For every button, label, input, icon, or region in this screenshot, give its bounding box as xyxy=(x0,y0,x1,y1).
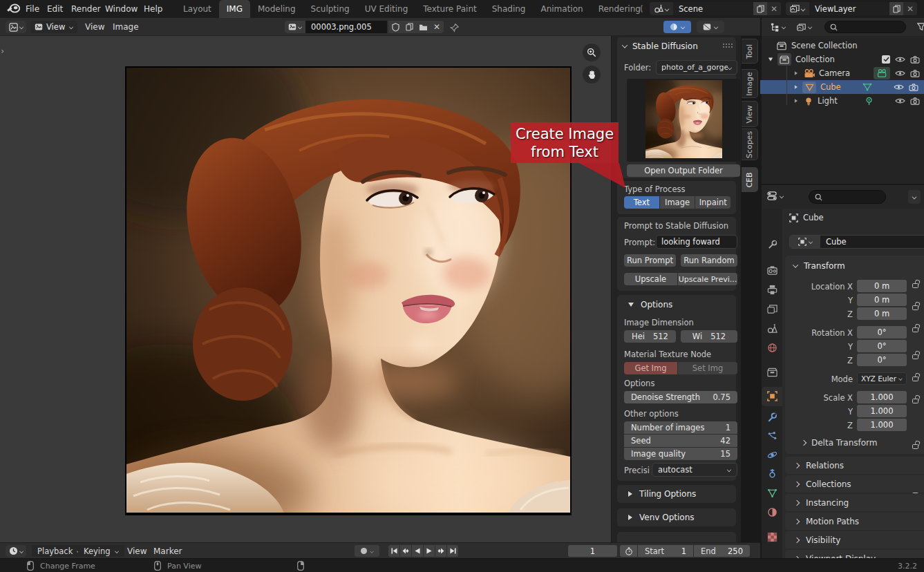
num-images-field[interactable]: Number of images1 xyxy=(624,421,737,434)
image-canvas[interactable]: › xyxy=(0,36,611,542)
pin-icon[interactable] xyxy=(450,23,460,35)
location-z-field[interactable]: 0 m xyxy=(857,307,907,320)
camera-data-icon[interactable] xyxy=(877,69,887,77)
render-slot-button[interactable] xyxy=(697,21,724,33)
tab-object-icon[interactable] xyxy=(767,391,777,401)
blender-logo-icon[interactable] xyxy=(7,3,20,17)
outliner-display-mode-button[interactable] xyxy=(793,21,815,33)
prompt-field[interactable]: looking foward xyxy=(656,235,737,249)
run-random-button[interactable]: Run Random xyxy=(681,254,737,267)
eye-icon[interactable] xyxy=(895,70,905,77)
lock-icon[interactable] xyxy=(912,444,918,449)
use-preview-range-button[interactable] xyxy=(620,545,637,557)
run-prompt-button[interactable]: Run Prompt xyxy=(624,254,676,267)
open-image-button[interactable] xyxy=(416,23,430,31)
play-reverse-button[interactable] xyxy=(412,545,423,557)
sidebar-tab-tool[interactable]: Tool xyxy=(742,39,758,64)
open-output-folder-button[interactable]: Open Output Folder xyxy=(627,164,740,177)
upscale-button[interactable]: Upscale xyxy=(624,273,677,285)
jump-to-start-button[interactable] xyxy=(388,545,399,557)
eye-icon[interactable] xyxy=(895,97,905,104)
panel-motion-paths[interactable]: Motion Paths xyxy=(785,513,924,530)
duplicate-image-button[interactable] xyxy=(402,23,416,31)
tab-output-icon[interactable] xyxy=(767,285,777,295)
properties-editor-type-button[interactable] xyxy=(767,191,784,201)
jump-to-end-button[interactable] xyxy=(447,545,458,557)
sidebar-tab-scopes[interactable]: Scopes xyxy=(742,128,758,160)
properties-options-button[interactable] xyxy=(908,190,921,204)
tab-render-icon[interactable] xyxy=(767,265,777,276)
expand-icon[interactable] xyxy=(795,85,798,89)
expand-icon[interactable] xyxy=(795,71,798,75)
panel-instancing[interactable]: Instancing xyxy=(785,494,924,511)
tab-constraints-icon[interactable] xyxy=(767,468,777,479)
menu-edit[interactable]: Edit xyxy=(47,4,63,14)
scene-copy-button[interactable] xyxy=(753,2,767,15)
tab-world-icon[interactable] xyxy=(767,343,777,353)
image-menu-view[interactable]: View xyxy=(85,22,104,32)
tab-viewlayer-icon[interactable] xyxy=(767,304,777,314)
outliner-row-cube[interactable]: Cube xyxy=(760,80,924,94)
transform-panel-header[interactable]: Transform xyxy=(793,261,845,271)
rotation-y-field[interactable]: 0° xyxy=(857,340,907,352)
lock-icon[interactable] xyxy=(912,283,918,288)
rotation-mode-dropdown[interactable]: XYZ Euler xyxy=(857,372,907,385)
preview-thumbnail[interactable] xyxy=(645,80,722,158)
camera-toggle-icon[interactable] xyxy=(910,70,920,77)
checkbox-icon[interactable] xyxy=(882,55,890,64)
light-data-icon[interactable] xyxy=(865,97,874,106)
menu-file[interactable]: File xyxy=(26,4,39,14)
camera-toggle-icon[interactable] xyxy=(910,56,920,64)
location-y-field[interactable]: 0 m xyxy=(857,294,907,306)
image-menu-image[interactable]: Image xyxy=(113,22,139,32)
tab-tool-icon[interactable] xyxy=(767,240,777,250)
tab-material-icon[interactable] xyxy=(767,507,777,517)
venv-options-panel[interactable]: Venv Options xyxy=(617,508,736,526)
sidebar-tab-view[interactable]: View xyxy=(742,101,758,127)
scene-selector[interactable]: Scene ✕ xyxy=(650,2,781,15)
panel-collections[interactable]: Collections xyxy=(785,475,924,493)
workspace-tab-uvediting[interactable]: UV Editing xyxy=(357,0,416,18)
workspace-tab-layout[interactable]: Layout xyxy=(176,0,219,18)
eye-icon[interactable] xyxy=(895,56,905,63)
workspace-tab-sculpting[interactable]: Sculpting xyxy=(303,0,357,18)
type-inpaint-button[interactable]: Inpaint xyxy=(695,196,730,209)
timeline-view-menu[interactable]: View xyxy=(127,546,147,556)
eye-icon[interactable] xyxy=(894,84,904,90)
tab-data-icon[interactable] xyxy=(767,488,777,498)
scale-x-field[interactable]: 1.000 xyxy=(857,391,907,403)
outliner-row-collection[interactable]: Collection xyxy=(762,53,924,66)
sidebar-tab-image[interactable]: Image xyxy=(742,69,758,98)
panel-relations[interactable]: Relations xyxy=(785,457,924,474)
next-keyframe-button[interactable] xyxy=(435,545,446,557)
camera-toggle-icon[interactable] xyxy=(909,84,918,91)
type-text-button[interactable]: Text xyxy=(624,196,659,209)
scale-z-field[interactable]: 1.000 xyxy=(857,419,907,431)
panel-visibility[interactable]: Visibility xyxy=(785,531,924,549)
sidebar-tab-ceb[interactable]: CEB xyxy=(742,167,758,192)
outliner-filter-icon[interactable] xyxy=(917,23,924,33)
sd-panel-header[interactable]: Stable Diffusion xyxy=(623,41,698,51)
rotation-x-field[interactable]: 0° xyxy=(857,326,907,339)
tab-physics-icon[interactable] xyxy=(767,450,777,460)
viewlayer-unlink-button[interactable]: ✕ xyxy=(903,2,917,15)
workspace-tab-animation[interactable]: Animation xyxy=(533,0,590,18)
menu-help[interactable]: Help xyxy=(144,4,162,14)
object-name-field[interactable]: Cube xyxy=(789,235,924,249)
timeline-editor-type-button[interactable] xyxy=(6,545,26,557)
prev-keyframe-button[interactable] xyxy=(400,545,411,557)
workspace-tab-modeling[interactable]: Modeling xyxy=(250,0,303,18)
camera-toggle-icon[interactable] xyxy=(910,97,920,105)
keying-menu[interactable]: Keying xyxy=(78,545,124,557)
outliner-row-scene-collection[interactable]: Scene Collection xyxy=(762,39,924,53)
viewlayer-selector[interactable]: ViewLayer ✕ xyxy=(786,2,917,15)
image-mode-dropdown[interactable]: View xyxy=(30,21,77,33)
workspace-tab-img[interactable]: IMG xyxy=(219,0,250,18)
start-frame-field[interactable]: Start1 xyxy=(638,545,693,557)
height-field[interactable]: Hei512 xyxy=(624,330,676,343)
denoise-slider[interactable]: Denoise Strength0.75 xyxy=(624,391,737,403)
tab-modifiers-icon[interactable] xyxy=(767,412,777,423)
timeline-marker-menu[interactable]: Marker xyxy=(153,546,182,556)
folder-dropdown[interactable]: photo_of_a_gorgeou... xyxy=(656,60,737,75)
tab-particles-icon[interactable] xyxy=(767,431,777,441)
